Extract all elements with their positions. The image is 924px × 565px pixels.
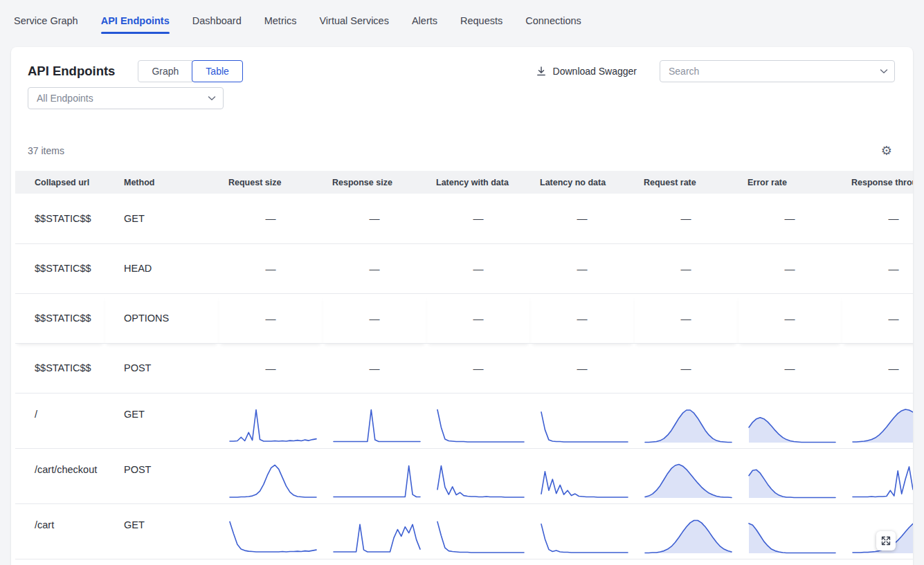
column-header-error-rate[interactable]: Error rate (738, 171, 842, 194)
endpoint-url: $$STATIC$$ (15, 194, 105, 243)
empty-metric: — (738, 243, 842, 293)
filter-row: All Endpoints (28, 87, 896, 109)
endpoint-url: /cart (15, 503, 105, 559)
empty-metric: — (738, 194, 842, 243)
view-toggle: Graph Table (138, 60, 242, 82)
table-row: /GET (15, 393, 913, 448)
search-input[interactable] (660, 60, 895, 82)
items-count: 37 items (28, 145, 64, 156)
endpoints-filter-select[interactable]: All Endpoints (28, 87, 224, 109)
endpoints-table: Collapsed urlMethodRequest sizeResponse … (15, 171, 913, 559)
empty-metric: — (426, 243, 530, 293)
empty-metric: — (426, 293, 530, 343)
endpoint-method: POST (105, 343, 219, 393)
sparkline-response_throughput (842, 393, 913, 448)
api-endpoints-card: API Endpoints Graph Table Download Swagg… (11, 47, 913, 565)
endpoint-method: OPTIONS (105, 293, 219, 343)
column-header-request-size[interactable]: Request size (219, 171, 323, 194)
empty-metric: — (842, 194, 913, 243)
table-row: $$STATIC$$POST——————— (15, 343, 913, 393)
empty-metric: — (634, 293, 738, 343)
empty-metric: — (219, 194, 323, 243)
nav-item-service-graph[interactable]: Service Graph (14, 12, 78, 29)
empty-metric: — (219, 293, 323, 343)
empty-metric: — (530, 194, 634, 243)
endpoint-method: GET (105, 393, 219, 448)
nav-item-requests[interactable]: Requests (460, 12, 502, 29)
endpoint-method: GET (105, 194, 219, 243)
empty-metric: — (219, 343, 323, 393)
sparkline-latency_with_data (426, 448, 530, 503)
sparkline-request_rate (634, 448, 738, 503)
column-header-latency-with-data[interactable]: Latency with data (426, 171, 530, 194)
table-view-button[interactable]: Table (192, 60, 242, 82)
sparkline-response_throughput (842, 448, 913, 503)
column-header-response-size[interactable]: Response size (323, 171, 426, 194)
empty-metric: — (219, 243, 323, 293)
sparkline-response_throughput (842, 503, 913, 559)
nav-item-api-endpoints[interactable]: API Endpoints (101, 12, 170, 29)
endpoint-method: POST (105, 448, 219, 503)
download-swagger-label: Download Swagger (553, 66, 637, 77)
items-row: 37 items ⚙ (28, 144, 892, 158)
chevron-down-icon[interactable] (880, 68, 888, 74)
endpoint-url: / (15, 393, 105, 448)
table-row: /cart/checkoutPOST (15, 448, 913, 503)
page-title: API Endpoints (28, 64, 115, 79)
sparkline-latency_no_data (530, 393, 634, 448)
empty-metric: — (738, 343, 842, 393)
empty-metric: — (530, 293, 634, 343)
column-header-latency-no-data[interactable]: Latency no data (530, 171, 634, 194)
nav-item-connections[interactable]: Connections (525, 12, 581, 29)
empty-metric: — (426, 343, 530, 393)
download-icon (536, 66, 547, 77)
sparkline-response_size (323, 503, 426, 559)
nav-item-metrics[interactable]: Metrics (264, 12, 297, 29)
column-header-collapsed-url[interactable]: Collapsed url (15, 171, 105, 194)
sparkline-request_size (219, 448, 323, 503)
nav-item-alerts[interactable]: Alerts (412, 12, 437, 29)
empty-metric: — (634, 343, 738, 393)
column-header-response-throughput[interactable]: Response throughput (842, 171, 913, 194)
empty-metric: — (842, 293, 913, 343)
chevron-down-icon (208, 95, 216, 101)
top-nav: Service GraphAPI EndpointsDashboardMetri… (0, 0, 924, 41)
sparkline-latency_with_data (426, 503, 530, 559)
empty-metric: — (323, 243, 426, 293)
sparkline-error_rate (738, 393, 842, 448)
expand-arrows-icon (880, 535, 891, 546)
nav-item-dashboard[interactable]: Dashboard (192, 12, 242, 29)
table-row: $$STATIC$$HEAD——————— (15, 243, 913, 293)
endpoint-url: $$STATIC$$ (15, 293, 105, 343)
endpoint-url: /cart/checkout (15, 448, 105, 503)
sparkline-latency_no_data (530, 448, 634, 503)
endpoint-url: $$STATIC$$ (15, 343, 105, 393)
sparkline-response_size (323, 448, 426, 503)
empty-metric: — (842, 243, 913, 293)
sparkline-request_rate (634, 393, 738, 448)
empty-metric: — (634, 243, 738, 293)
empty-metric: — (323, 343, 426, 393)
empty-metric: — (530, 243, 634, 293)
column-header-method[interactable]: Method (105, 171, 219, 194)
settings-gear-icon[interactable]: ⚙ (881, 145, 892, 157)
download-swagger-button[interactable]: Download Swagger (532, 65, 641, 77)
table-row: /cartGET (15, 503, 913, 559)
expand-chart-button[interactable] (876, 531, 896, 550)
endpoint-url: $$STATIC$$ (15, 243, 105, 293)
sparkline-request_size (219, 393, 323, 448)
sparkline-latency_no_data (530, 503, 634, 559)
empty-metric: — (323, 293, 426, 343)
empty-metric: — (426, 194, 530, 243)
table-header-row: Collapsed urlMethodRequest sizeResponse … (15, 171, 913, 194)
table-row: $$STATIC$$GET——————— (15, 194, 913, 243)
nav-item-virtual-services[interactable]: Virtual Services (319, 12, 388, 29)
empty-metric: — (738, 293, 842, 343)
graph-view-button[interactable]: Graph (138, 60, 192, 82)
endpoint-method: GET (105, 503, 219, 559)
search-box (660, 60, 895, 82)
empty-metric: — (842, 343, 913, 393)
column-header-request-rate[interactable]: Request rate (634, 171, 738, 194)
sparkline-request_size (219, 503, 323, 559)
endpoints-table-wrap: Collapsed urlMethodRequest sizeResponse … (15, 171, 913, 559)
